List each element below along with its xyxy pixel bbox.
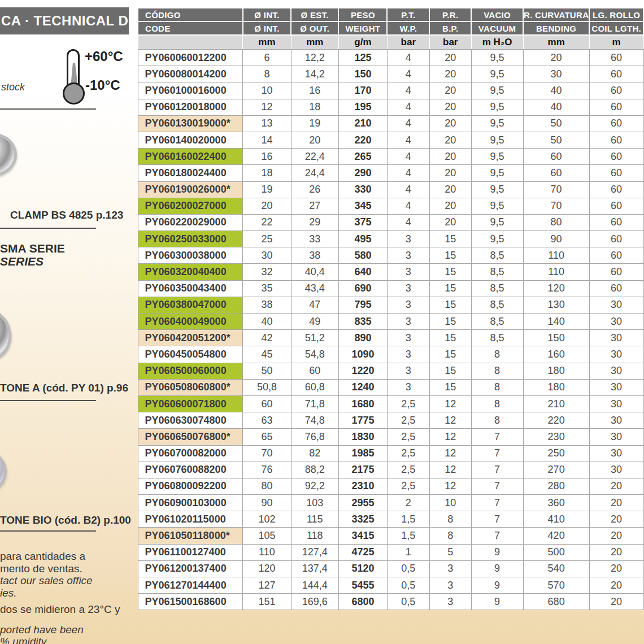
inner-diameter-cell: 80 bbox=[243, 478, 291, 494]
bending-radius-cell: 360 bbox=[523, 495, 589, 511]
pytone-a-reference: TONE A (cód. PY 01) p.96 bbox=[0, 382, 128, 394]
code-cell: PY061500168600 bbox=[138, 594, 243, 610]
weight-cell: 3415 bbox=[338, 528, 387, 544]
burst-pressure-cell: 20 bbox=[429, 181, 471, 198]
vacuum-cell: 9,5 bbox=[471, 99, 523, 115]
inner-diameter-cell: 42 bbox=[243, 330, 291, 346]
outer-diameter-cell: 118 bbox=[291, 528, 338, 544]
inner-diameter-cell: 6 bbox=[243, 50, 291, 66]
burst-pressure-cell: 15 bbox=[429, 363, 471, 379]
burst-pressure-cell: 15 bbox=[429, 297, 471, 313]
outer-diameter-cell: 29 bbox=[291, 214, 338, 230]
outer-diameter-cell: 49 bbox=[291, 314, 338, 330]
working-pressure-cell: 1,5 bbox=[387, 528, 429, 544]
header-cell-en: VACUUM bbox=[471, 21, 523, 35]
coil-length-cell: 60 bbox=[589, 149, 643, 165]
coil-length-cell: 60 bbox=[589, 165, 643, 181]
table-header-row-es: CÓDIGOØ INT.Ø EST.PESOP.T.P.R.VACIOR. CU… bbox=[138, 8, 643, 21]
header-cell-es: R. CURVATURA bbox=[523, 8, 589, 21]
footnote-line: % umidity. bbox=[0, 636, 134, 644]
weight-cell: 690 bbox=[338, 280, 387, 297]
burst-pressure-cell: 12 bbox=[429, 478, 471, 494]
bending-radius-cell: 50 bbox=[523, 115, 589, 132]
weight-cell: 890 bbox=[338, 330, 387, 346]
burst-pressure-cell: 15 bbox=[429, 231, 471, 247]
weight-cell: 330 bbox=[338, 181, 387, 198]
inner-diameter-cell: 50,8 bbox=[243, 379, 291, 395]
inner-diameter-cell: 45 bbox=[243, 346, 291, 363]
vacuum-cell: 8,5 bbox=[471, 314, 523, 330]
table-row: PY060630074800 63 74,8 1775 2,5 12 8 220… bbox=[138, 412, 643, 429]
divider bbox=[0, 228, 96, 229]
coil-length-cell: 60 bbox=[589, 231, 643, 247]
code-cell: PY061020115000 bbox=[138, 511, 243, 528]
code-cell: PY060420051200* bbox=[138, 330, 243, 346]
divider bbox=[0, 400, 96, 401]
working-pressure-cell: 4 bbox=[387, 132, 429, 148]
header-cell-es: Ø EST. bbox=[291, 8, 338, 21]
table-row: PY061500168600 151 169,6 6800 0,5 3 9 68… bbox=[138, 594, 643, 610]
burst-pressure-cell: 15 bbox=[429, 346, 471, 363]
outer-diameter-cell: 115 bbox=[291, 511, 338, 528]
working-pressure-cell: 4 bbox=[387, 181, 429, 198]
weight-cell: 6800 bbox=[338, 594, 387, 610]
thermometer-bulb-icon bbox=[63, 82, 85, 105]
code-cell: PY060630074800 bbox=[138, 412, 243, 429]
bending-radius-cell: 40 bbox=[523, 82, 589, 99]
burst-pressure-cell: 15 bbox=[429, 264, 471, 280]
weight-cell: 195 bbox=[338, 99, 387, 115]
outer-diameter-cell: 47 bbox=[291, 297, 338, 313]
bending-radius-cell: 70 bbox=[523, 181, 589, 198]
footnote-line: dos se midieron a 23°C y bbox=[0, 603, 134, 616]
vacuum-cell: 9,5 bbox=[471, 181, 523, 198]
footnote-line: ported have been bbox=[0, 624, 134, 636]
code-cell: PY061100127400 bbox=[138, 544, 243, 560]
table-row: PY060160022400 16 22,4 265 4 20 9,5 60 6… bbox=[138, 149, 643, 165]
bending-radius-cell: 70 bbox=[523, 198, 589, 214]
table-units-row: mmmmg/mbarbarm H₂Ommm bbox=[138, 35, 643, 50]
burst-pressure-cell: 20 bbox=[429, 132, 471, 148]
outer-diameter-cell: 103 bbox=[291, 495, 338, 511]
table-row: PY060350043400 35 43,4 690 3 15 8,5 120 … bbox=[138, 280, 643, 297]
burst-pressure-cell: 8 bbox=[429, 511, 471, 528]
bending-radius-cell: 20 bbox=[523, 50, 589, 66]
weight-cell: 1775 bbox=[338, 412, 387, 429]
vacuum-cell: 8,5 bbox=[471, 247, 523, 264]
table-row: PY060500060000 50 60 1220 3 15 8 180 30 bbox=[138, 363, 643, 379]
coil-length-cell: 30 bbox=[589, 462, 643, 478]
weight-cell: 1090 bbox=[338, 346, 387, 363]
table-row: PY060508060800* 50,8 60,8 1240 3 15 8 18… bbox=[138, 379, 643, 395]
burst-pressure-cell: 20 bbox=[429, 50, 471, 66]
inner-diameter-cell: 18 bbox=[243, 165, 291, 181]
bending-radius-cell: 410 bbox=[523, 511, 589, 528]
outer-diameter-cell: 92,2 bbox=[291, 478, 338, 494]
working-pressure-cell: 0,5 bbox=[387, 577, 429, 594]
working-pressure-cell: 4 bbox=[387, 198, 429, 214]
bending-radius-cell: 60 bbox=[523, 165, 589, 181]
code-cell: PY060250033000 bbox=[138, 231, 243, 247]
vacuum-cell: 9,5 bbox=[471, 198, 523, 214]
weight-cell: 1830 bbox=[338, 429, 387, 445]
bending-radius-cell: 160 bbox=[523, 346, 589, 363]
outer-diameter-cell: 43,4 bbox=[291, 280, 338, 297]
burst-pressure-cell: 10 bbox=[429, 495, 471, 511]
burst-pressure-cell: 12 bbox=[429, 429, 471, 445]
weight-cell: 640 bbox=[338, 264, 387, 280]
hose-photo-a bbox=[0, 306, 15, 364]
vacuum-cell: 8,5 bbox=[471, 280, 523, 297]
units-cell: m bbox=[589, 35, 643, 50]
vacuum-cell: 9 bbox=[471, 544, 523, 560]
working-pressure-cell: 3 bbox=[387, 314, 429, 330]
code-cell: PY061050118000* bbox=[138, 528, 243, 544]
coil-length-cell: 20 bbox=[589, 478, 643, 494]
bending-radius-cell: 250 bbox=[523, 445, 589, 462]
burst-pressure-cell: 15 bbox=[429, 330, 471, 346]
coil-length-cell: 20 bbox=[589, 544, 643, 560]
outer-diameter-cell: 169,6 bbox=[291, 594, 338, 610]
code-cell: PY061200137400 bbox=[138, 560, 243, 577]
units-cell: mm bbox=[291, 35, 338, 50]
code-cell: PY060400049000 bbox=[138, 314, 243, 330]
working-pressure-cell: 2,5 bbox=[387, 462, 429, 478]
working-pressure-cell: 4 bbox=[387, 115, 429, 132]
working-pressure-cell: 2,5 bbox=[387, 412, 429, 429]
